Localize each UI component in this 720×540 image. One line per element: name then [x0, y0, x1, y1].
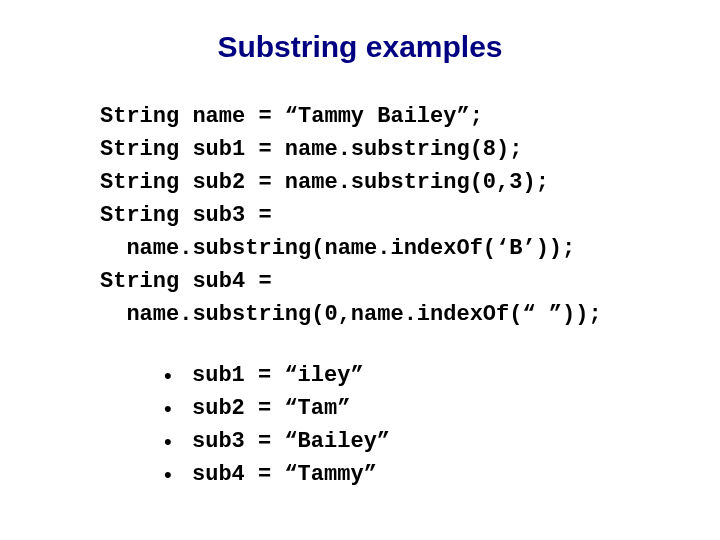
bullet-icon: • — [164, 425, 192, 458]
result-text: sub3 = “Bailey” — [192, 425, 390, 458]
slide: Substring examples String name = “Tammy … — [0, 0, 720, 540]
bullet-icon: • — [164, 458, 192, 491]
slide-title: Substring examples — [56, 30, 664, 64]
result-text: sub2 = “Tam” — [192, 392, 350, 425]
bullet-icon: • — [164, 392, 192, 425]
result-item: • sub4 = “Tammy” — [164, 458, 664, 491]
result-text: sub4 = “Tammy” — [192, 458, 377, 491]
result-item: • sub2 = “Tam” — [164, 392, 664, 425]
results-list: • sub1 = “iley” • sub2 = “Tam” • sub3 = … — [164, 359, 664, 491]
code-block: String name = “Tammy Bailey”; String sub… — [100, 100, 664, 331]
code-line-2: String sub1 = name.substring(8); — [100, 137, 522, 162]
code-line-1: String name = “Tammy Bailey”; — [100, 104, 483, 129]
code-line-6: String sub4 = — [100, 269, 272, 294]
result-text: sub1 = “iley” — [192, 359, 364, 392]
result-item: • sub1 = “iley” — [164, 359, 664, 392]
code-line-7: name.substring(0,name.indexOf(“ ”)); — [100, 302, 602, 327]
code-line-3: String sub2 = name.substring(0,3); — [100, 170, 549, 195]
bullet-icon: • — [164, 359, 192, 392]
code-line-4: String sub3 = — [100, 203, 272, 228]
result-item: • sub3 = “Bailey” — [164, 425, 664, 458]
code-line-5: name.substring(name.indexOf(‘B’)); — [100, 236, 575, 261]
